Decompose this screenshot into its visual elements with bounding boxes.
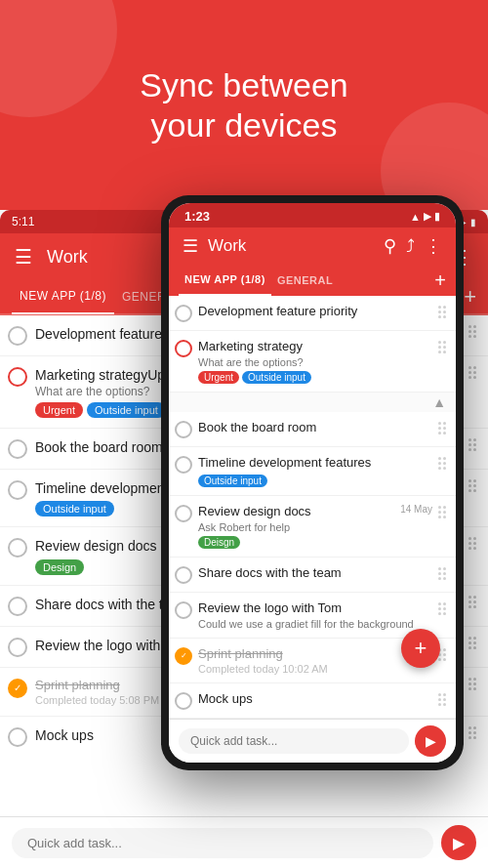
phone-task-3-drag: [438, 422, 446, 434]
phone-task-2-title: Marketing strategy: [198, 339, 432, 355]
tablet-task-2-checkbox[interactable]: [8, 367, 27, 387]
phone-task-5-content: Review design docs 14 May Ask Robert for…: [198, 504, 432, 549]
phone-task-2-tags: Urgent Outside input: [198, 371, 432, 384]
phone-task-3-content: Book the board room: [198, 420, 432, 436]
phone-task-7-content: Review the logo with Tom Could we use a …: [198, 600, 432, 630]
phone-task-8-sub: Completed today 10:02 AM: [198, 663, 432, 675]
phone-task-4-content: Timeline development features Outside in…: [198, 455, 432, 487]
phone-new-tab-button[interactable]: +: [434, 269, 446, 292]
tablet-tab-newapp[interactable]: NEW APP (1/8): [12, 279, 114, 314]
phone-task-1-checkbox[interactable]: [175, 305, 192, 322]
tablet-task-1-drag: [468, 325, 476, 338]
tablet-task-8-checkbox[interactable]: ✓: [8, 679, 27, 698]
tag-design-5: Design: [35, 559, 84, 575]
phone-task-5: Review design docs 14 May Ask Robert for…: [169, 496, 456, 558]
phone-task-7-checkbox[interactable]: [175, 601, 192, 619]
tablet-new-tab-button[interactable]: +: [464, 284, 476, 310]
tablet-task-8-drag: [468, 678, 476, 690]
phone-task-4-title: Timeline development features: [198, 455, 432, 472]
phone-collapse-icon: ▲: [432, 394, 446, 410]
phone-task-6-content: Share docs with the team: [198, 565, 432, 582]
tablet-time: 5:11: [12, 215, 34, 228]
phone-task-6-checkbox[interactable]: [175, 566, 192, 584]
tag-outside-2: Outside input: [87, 402, 166, 418]
phone-task-5-sub: Ask Robert for help: [198, 521, 432, 533]
phone-task-5-checkbox[interactable]: [175, 505, 192, 522]
phone-battery-icon: ▮: [434, 210, 440, 223]
tablet-task-9-checkbox[interactable]: [8, 727, 27, 747]
phone-task-7-title: Review the logo with Tom: [198, 600, 432, 617]
phone-task-1-content: Development feature priority: [198, 304, 432, 320]
phone-tab-bar: NEW APP (1/8) GENERAL +: [169, 265, 456, 296]
phone-task-5-tags: Deisgn: [198, 536, 432, 549]
phone-menu-icon[interactable]: ☰: [183, 235, 198, 257]
tablet-task-5-drag: [468, 537, 476, 550]
phone-task-5-title: Review design docs: [198, 504, 311, 520]
phone-task-9-drag: [438, 693, 446, 706]
phone-task-3-title: Book the board room: [198, 420, 432, 436]
phone-tag-design-5: Deisgn: [198, 536, 240, 549]
phone-task-1-title: Development feature priority: [198, 304, 432, 320]
tablet-task-7-drag: [468, 637, 476, 649]
phone-status-bar: 1:23 ▲ ▶ ▮: [169, 203, 456, 227]
tablet-task-6-drag: [468, 596, 476, 608]
tablet-task-3-drag: [468, 438, 476, 451]
phone-task-9: Mock ups: [169, 683, 456, 719]
phone-screen: 1:23 ▲ ▶ ▮ ☰ Work ⚲ ⤴ ⋮ NEW APP (1/8) GE…: [169, 203, 456, 763]
tablet-battery-icon: ▮: [470, 217, 476, 227]
phone-tag-urgent: Urgent: [198, 371, 239, 384]
tablet-menu-icon[interactable]: ☰: [12, 245, 35, 269]
phone-task-6: Share docs with the team: [169, 558, 456, 593]
phone-task-2-sub: What are the options?: [198, 356, 432, 368]
phone-task-8-content: Sprint planning Completed today 10:02 AM: [198, 646, 432, 676]
phone-wifi-icon: ▶: [424, 210, 431, 223]
phone-task-5-date: 14 May: [400, 504, 432, 515]
phone-task-4-tags: Outside input: [198, 475, 432, 487]
phone-task-4-checkbox[interactable]: [175, 456, 192, 474]
phone-task-8-checkbox[interactable]: ✓: [175, 647, 192, 665]
phone-task-9-content: Mock ups: [198, 691, 432, 708]
phone-signal-icon: ▲: [410, 211, 421, 223]
hero-line1: Sync between: [140, 66, 348, 103]
phone-task-3-checkbox[interactable]: [175, 421, 192, 438]
phone-tab-newapp[interactable]: NEW APP (1/8): [179, 265, 271, 296]
phone-task-6-drag: [438, 567, 446, 580]
tablet-task-3-checkbox[interactable]: [8, 439, 27, 459]
phone-tab-general[interactable]: GENERAL: [271, 265, 339, 296]
tablet-quick-add-input[interactable]: [12, 828, 433, 858]
tablet-quick-add-send[interactable]: ▶: [441, 825, 476, 860]
phone-task-2-drag: [438, 341, 446, 353]
hero-title: Sync between your devices: [140, 65, 348, 145]
tablet-task-4-checkbox[interactable]: [8, 480, 27, 500]
phone-task-1: Development feature priority: [169, 296, 456, 331]
tablet-task-7-checkbox[interactable]: [8, 638, 27, 657]
phone-quick-add-input[interactable]: [179, 728, 409, 754]
phone-section-collapse[interactable]: ▲: [169, 393, 456, 412]
phone-task-6-title: Share docs with the team: [198, 565, 432, 582]
phone-task-3: Book the board room: [169, 412, 456, 447]
phone-task-7-sub: Could we use a gradiet fill for the back…: [198, 618, 432, 630]
phone-toolbar: ☰ Work ⚲ ⤴ ⋮: [169, 227, 456, 265]
phone-quick-add-send[interactable]: ▶: [415, 725, 446, 757]
phone-quick-add-bar: ▶: [169, 719, 456, 763]
phone-search-icon[interactable]: ⚲: [384, 235, 396, 257]
phone-task-1-drag: [438, 306, 446, 318]
phone-tag-outside: Outside input: [242, 371, 311, 384]
tablet-task-6-checkbox[interactable]: [8, 597, 27, 616]
phone-time: 1:23: [184, 209, 210, 224]
hero-decoration-tl: [0, 0, 117, 117]
hero-line2: your devices: [151, 106, 338, 144]
tag-urgent-2: Urgent: [35, 402, 83, 418]
phone-task-2-content: Marketing strategy What are the options?…: [198, 339, 432, 384]
phone-task-9-checkbox[interactable]: [175, 692, 192, 710]
phone-task-2-checkbox[interactable]: [175, 340, 192, 357]
tablet-task-1-checkbox[interactable]: [8, 326, 27, 346]
phone-share-icon[interactable]: ⤴: [406, 236, 415, 257]
tablet-task-5-checkbox[interactable]: [8, 538, 27, 558]
hero-section: Sync between your devices: [0, 0, 488, 210]
phone-more-icon[interactable]: ⋮: [425, 235, 442, 257]
phone-device: 1:23 ▲ ▶ ▮ ☰ Work ⚲ ⤴ ⋮ NEW APP (1/8) GE…: [161, 195, 464, 770]
phone-task-4-drag: [438, 457, 446, 470]
phone-toolbar-title: Work: [208, 236, 374, 256]
phone-task-4: Timeline development features Outside in…: [169, 447, 456, 496]
